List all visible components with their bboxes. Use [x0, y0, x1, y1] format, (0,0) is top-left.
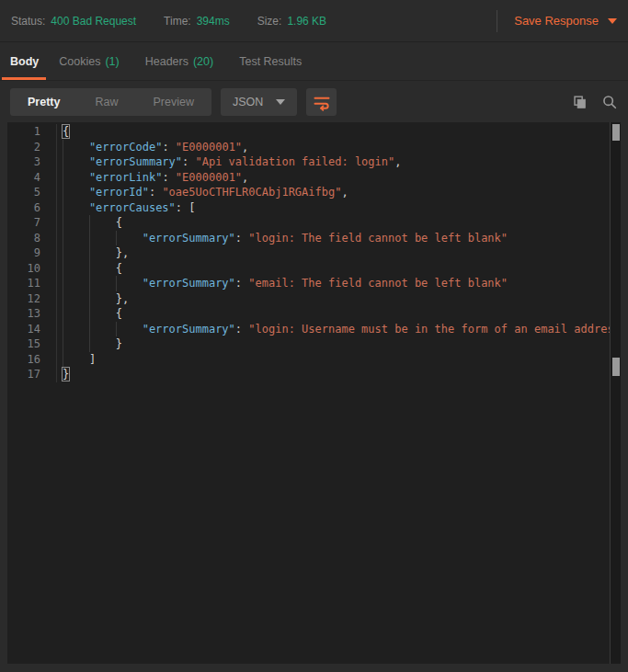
line-number: 4 [7, 170, 57, 186]
code-line: 1{ [7, 124, 621, 140]
json-punctuation: , [242, 171, 248, 184]
code-line: 9}, [7, 245, 621, 261]
indent-guide [116, 231, 143, 246]
code-line: 17} [7, 367, 621, 382]
time-group: Time: 394ms [164, 15, 230, 28]
code-line-content: }, [57, 291, 129, 307]
indent-guide [63, 306, 89, 322]
json-punctuation: : [162, 171, 175, 184]
json-punctuation: } [116, 337, 122, 350]
tab-label: Body [10, 55, 39, 68]
json-key: "errorCauses" [89, 201, 176, 214]
indent-guide [63, 154, 89, 170]
indent-guide [116, 276, 143, 291]
json-string: "login: Username must be in the form of … [248, 323, 621, 336]
indent-guide [89, 291, 116, 307]
code-line-content: "errorLink": "E0000001", [57, 170, 248, 186]
json-punctuation: : [182, 155, 195, 168]
indent-guide [63, 215, 89, 231]
tab-label: Test Results [239, 55, 302, 68]
code-line-content: }, [57, 245, 129, 261]
editor-wrap: 1{2"errorCode": "E0000001",3"errorSummar… [0, 122, 628, 672]
line-number: 12 [7, 291, 57, 307]
code-line-content: { [57, 261, 122, 277]
indent-guide [89, 336, 116, 352]
overview-marker-bottom [612, 358, 620, 376]
indent-guide [63, 245, 89, 261]
json-key: "errorCode" [89, 141, 162, 154]
json-key: "errorSummary" [89, 155, 182, 168]
code-line-content: } [57, 367, 69, 382]
wrap-text-button[interactable] [306, 88, 337, 116]
code-line-content: "errorId": "oae5UoCTHFLR0CAbj1RGAifbg", [57, 185, 348, 200]
json-string: "Api validation failed: login" [196, 155, 395, 168]
json-punctuation: , [394, 155, 401, 168]
json-punctuation: , [242, 141, 248, 154]
response-status-bar: Status: 400 Bad Request Time: 394ms Size… [0, 0, 628, 42]
code-line: 5"errorId": "oae5UoCTHFLR0CAbj1RGAifbg", [7, 185, 621, 200]
save-response-label: Save Response [514, 14, 599, 28]
tab-test-results[interactable]: Test Results [226, 42, 314, 80]
code-line: 16] [7, 352, 621, 368]
copy-icon[interactable] [571, 94, 588, 110]
code-line-content: "errorSummary": "Api validation failed: … [57, 154, 401, 170]
code-line-content: "errorSummary": "login: The field cannot… [57, 231, 508, 246]
json-punctuation: { [116, 307, 122, 320]
language-select[interactable]: JSON [221, 88, 297, 116]
chevron-down-icon [276, 99, 285, 105]
tab-cookies[interactable]: Cookies(1) [46, 42, 131, 80]
indent-guide [63, 276, 89, 291]
view-mode-pretty[interactable]: Pretty [10, 88, 77, 116]
json-punctuation: { [116, 262, 122, 275]
json-punctuation: : [149, 186, 162, 199]
tab-headers[interactable]: Headers(20) [132, 42, 226, 80]
size-group: Size: 1.96 KB [257, 15, 326, 28]
indent-guide [89, 276, 116, 291]
json-string: "login: The field cannot be left blank" [248, 232, 508, 245]
line-number: 3 [7, 154, 57, 170]
code-line: 7{ [7, 215, 621, 231]
time-value: 394ms [197, 15, 230, 28]
indent-guide [89, 322, 116, 337]
indent-guide [63, 200, 89, 216]
line-number: 6 [7, 200, 57, 216]
json-punctuation: : [235, 323, 248, 336]
json-punctuation: , [341, 186, 348, 199]
json-punctuation: : [ [176, 201, 196, 214]
language-select-value: JSON [233, 96, 263, 108]
save-response-button[interactable]: Save Response [514, 14, 617, 28]
indent-guide [63, 291, 89, 307]
code-line: 4"errorLink": "E0000001", [7, 170, 621, 186]
tab-body[interactable]: Body [0, 42, 46, 80]
tab-label: Headers [145, 55, 188, 68]
indent-guide [63, 336, 89, 352]
matched-bracket: { [63, 125, 69, 138]
code-line: 14"errorSummary": "login: Username must … [7, 322, 621, 337]
json-key: "errorSummary" [143, 277, 235, 290]
indent-guide [89, 261, 116, 277]
indent-guide [63, 170, 89, 186]
json-string: "email: The field cannot be left blank" [248, 277, 508, 290]
chevron-down-icon [608, 18, 617, 24]
view-mode-raw[interactable]: Raw [77, 88, 135, 116]
response-toolbar: PrettyRawPreview JSON [0, 81, 628, 122]
indent-guide [89, 306, 116, 322]
editor-scrollbar[interactable] [610, 122, 621, 664]
code-line-content: { [57, 306, 122, 322]
json-key: "errorSummary" [143, 232, 235, 245]
line-number: 1 [7, 124, 57, 140]
json-punctuation: : [162, 141, 175, 154]
indent-guide [89, 215, 116, 231]
code-line-content: "errorSummary": "login: Username must be… [57, 322, 621, 337]
code-editor[interactable]: 1{2"errorCode": "E0000001",3"errorSummar… [7, 122, 621, 664]
time-label: Time: [164, 15, 191, 28]
code-line: 10{ [7, 261, 621, 277]
code-line: 6"errorCauses": [ [7, 200, 621, 216]
view-mode-preview[interactable]: Preview [135, 88, 211, 116]
json-punctuation: : [235, 277, 248, 290]
json-punctuation: : [235, 232, 248, 245]
indent-guide [116, 322, 143, 337]
line-number: 2 [7, 140, 57, 155]
search-icon[interactable] [601, 94, 618, 110]
code-line: 11"errorSummary": "email: The field cann… [7, 276, 621, 291]
